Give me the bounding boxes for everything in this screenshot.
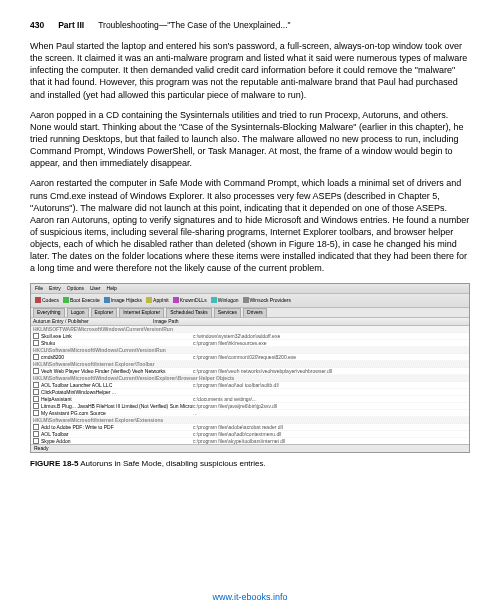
entry-path: c:\program files\java\jre6\bin\jp2ssv.dl…: [193, 403, 467, 409]
tb-image[interactable]: Image Hijacks: [104, 297, 142, 303]
page-header: 430 Part III Troubleshooting—"The Case o…: [30, 20, 470, 30]
list-header: Autorun Entry / Publisher Image Path: [31, 318, 469, 326]
menu-user[interactable]: User: [90, 285, 101, 292]
tb-codecs[interactable]: Codecs: [35, 297, 59, 303]
footer-link[interactable]: www.it-ebooks.info: [0, 592, 500, 602]
entry-name: ClickPotatoMiniWindowsHelper ...: [33, 389, 193, 395]
page-number: 430: [30, 20, 44, 30]
entry-name: Conduit Engine Conduit Toolbar: [33, 452, 193, 453]
checkbox[interactable]: [33, 382, 39, 388]
entry-path: c:\program files\aol\aol toolbar\aoltb.d…: [193, 382, 467, 388]
menu-entry[interactable]: Entry: [49, 285, 61, 292]
checkbox[interactable]: [33, 340, 39, 346]
checkbox[interactable]: [33, 410, 39, 416]
list-body: HKLM\SOFTWARE\Microsoft\Windows\CurrentV…: [31, 326, 469, 453]
entry-name: Shuku: [33, 340, 193, 346]
paragraph-1: When Paul started the laptop and entered…: [30, 40, 470, 101]
entry-row[interactable]: Conduit Engine Conduit Toolbarc:\program…: [31, 452, 469, 453]
winlogon-icon: [211, 297, 217, 303]
checkbox[interactable]: [33, 424, 39, 430]
codec-icon: [35, 297, 41, 303]
entry-path: c:\windows\system32\addon\addoff.exe: [193, 333, 467, 339]
autoruns-screenshot: File Entry Options User Help Codecs Boot…: [30, 283, 470, 453]
entry-name: Skull.exe Link: [33, 333, 193, 339]
known-icon: [173, 297, 179, 303]
checkbox[interactable]: [33, 333, 39, 339]
part-label: Part III: [58, 20, 84, 30]
section-row: HKLM\SOFTWARE\Microsoft\Windows\CurrentV…: [31, 326, 469, 333]
figure-label: FIGURE 18-5: [30, 459, 78, 468]
section-row: HKCU\Software\Microsoft\Windows\CurrentV…: [31, 347, 469, 354]
entry-name: Veoh Web Player Video Finder (Verified) …: [33, 368, 193, 374]
menu-options[interactable]: Options: [67, 285, 84, 292]
tb-appinit[interactable]: AppInit: [146, 297, 169, 303]
tb-winlogon[interactable]: Winlogon: [211, 297, 239, 303]
section-row: HKLM\Software\Microsoft\Internet Explore…: [31, 361, 469, 368]
menubar: File Entry Options User Help: [31, 284, 469, 294]
entry-name: Litmus.B Plug... JavaHB FileHost III Lim…: [33, 403, 193, 409]
checkbox[interactable]: [33, 452, 39, 453]
winsock-icon: [243, 297, 249, 303]
entry-name: AOL Toolbar: [33, 431, 193, 437]
hijack-icon: [104, 297, 110, 303]
entry-name: HelpAssistant: [33, 396, 193, 402]
checkbox[interactable]: [33, 403, 39, 409]
entry-path: c:\program files\adobe\acrobat reader dl…: [193, 424, 467, 430]
tb-known[interactable]: KnownDLLs: [173, 297, 207, 303]
toolbar: Codecs Boot Execute Image Hijacks AppIni…: [31, 294, 469, 308]
tab-drivers[interactable]: Drivers: [243, 308, 267, 317]
entry-path: c:\program files\veoh networks\veohwebpl…: [193, 368, 467, 374]
tab-explorer[interactable]: Explorer: [91, 308, 118, 317]
entry-path: c:\program files\common\020\request8200.…: [193, 354, 467, 360]
tab-everything[interactable]: Everything: [33, 308, 65, 317]
entry-path: c:\program files\conduit\applications\pl…: [193, 452, 467, 453]
figure-text: Autoruns in Safe Mode, disabling suspici…: [80, 459, 265, 468]
entry-path: c:\program files\aol\adb\contextmenu.dll: [193, 431, 467, 437]
entry-path: c:\program files\hk\resources.exe: [193, 340, 467, 346]
entry-row[interactable]: AOL Toolbarc:\program files\aol\adb\cont…: [31, 431, 469, 438]
boot-icon: [63, 297, 69, 303]
entry-row[interactable]: cmds8200c:\program files\common\020\requ…: [31, 354, 469, 361]
entry-path: c:\documents and settings\...: [193, 396, 467, 402]
tab-sched[interactable]: Scheduled Tasks: [166, 308, 212, 317]
col-entry[interactable]: Autorun Entry / Publisher: [33, 318, 153, 325]
entry-row[interactable]: My Assistant PG.com Source...: [31, 410, 469, 417]
menu-file[interactable]: File: [35, 285, 43, 292]
entry-row[interactable]: AOL Toolbar Launcher AOL LLCc:\program f…: [31, 382, 469, 389]
entry-row[interactable]: HelpAssistantc:\documents and settings\.…: [31, 396, 469, 403]
status-bar: Ready: [31, 444, 469, 452]
checkbox[interactable]: [33, 368, 39, 374]
entry-row[interactable]: Skull.exe Linkc:\windows\system32\addon\…: [31, 333, 469, 340]
entry-name: cmds8200: [33, 354, 193, 360]
checkbox[interactable]: [33, 396, 39, 402]
entry-row[interactable]: Add to Adobe PDF: Write to PDFc:\program…: [31, 424, 469, 431]
entry-row[interactable]: Shukuc:\program files\hk\resources.exe: [31, 340, 469, 347]
tb-boot[interactable]: Boot Execute: [63, 297, 100, 303]
paragraph-2: Aaron popped in a CD containing the Sysi…: [30, 109, 470, 170]
tb-winsock[interactable]: Winsock Providers: [243, 297, 291, 303]
checkbox[interactable]: [33, 431, 39, 437]
entry-name: Add to Adobe PDF: Write to PDF: [33, 424, 193, 430]
entry-row[interactable]: Litmus.B Plug... JavaHB FileHost III Lim…: [31, 403, 469, 410]
menu-help[interactable]: Help: [107, 285, 117, 292]
section-row: HKLM\Software\Microsoft\Internet Explore…: [31, 417, 469, 424]
checkbox[interactable]: [33, 389, 39, 395]
figure-caption: FIGURE 18-5 Autoruns in Safe Mode, disab…: [30, 459, 470, 468]
paragraph-3: Aaron restarted the computer in Safe Mod…: [30, 177, 470, 274]
tabs: Everything Logon Explorer Internet Explo…: [31, 308, 469, 318]
entry-path: ...: [193, 410, 467, 416]
chapter-title: Troubleshooting—"The Case of the Unexpla…: [98, 20, 290, 30]
entry-row[interactable]: ClickPotatoMiniWindowsHelper ...: [31, 389, 469, 396]
entry-name: AOL Toolbar Launcher AOL LLC: [33, 382, 193, 388]
appinit-icon: [146, 297, 152, 303]
tab-services[interactable]: Services: [214, 308, 241, 317]
checkbox[interactable]: [33, 354, 39, 360]
entry-row[interactable]: Veoh Web Player Video Finder (Verified) …: [31, 368, 469, 375]
tab-logon[interactable]: Logon: [67, 308, 89, 317]
section-row: HKLM\Software\Microsoft\Windows\CurrentV…: [31, 375, 469, 382]
entry-name: My Assistant PG.com Source: [33, 410, 193, 416]
col-path[interactable]: Image Path: [153, 318, 467, 325]
tab-ie[interactable]: Internet Explorer: [119, 308, 164, 317]
